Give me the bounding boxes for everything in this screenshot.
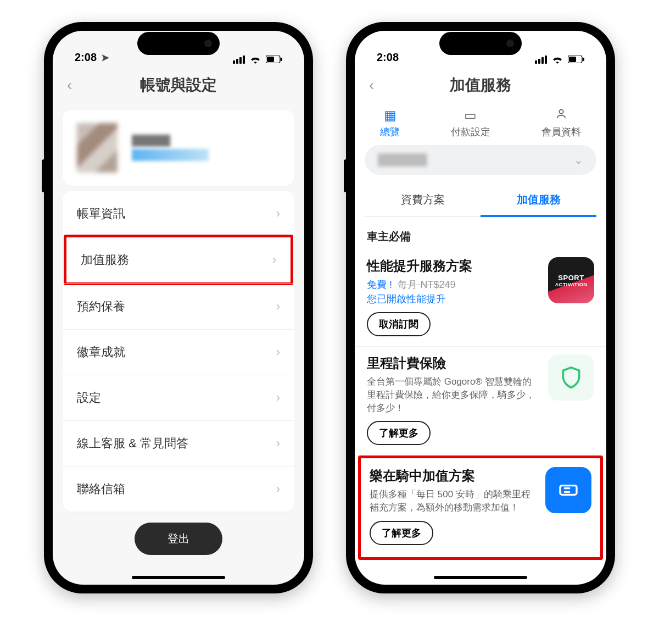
home-indicator[interactable]: [132, 576, 225, 579]
section-title: 車主必備: [367, 229, 594, 244]
service-performance: 性能提升服務方案 免費 ! 每月 NT$249 您已開啟性能提升 取消訂閱 SP…: [355, 249, 606, 347]
menu-label: 徽章成就: [77, 344, 125, 360]
wifi-icon: [551, 55, 563, 64]
highlight-joyride: 樂在騎中加值方案 提供多種「每日 500 安時」的騎乘里程補充方案，為額外的移動…: [358, 456, 603, 560]
status-time: 2:08: [377, 51, 399, 63]
logout-button[interactable]: 登出: [135, 523, 222, 555]
top-tabbar: ▦ 總覽 ▭ 付款設定 會員資料: [355, 104, 606, 141]
chevron-right-icon: ›: [276, 391, 280, 405]
service-desc: 提供多種「每日 500 安時」的騎乘里程補充方案，為額外的移動需求加值！: [370, 488, 537, 514]
highlight-addon: 加值服務 ›: [64, 235, 293, 285]
tab-overview[interactable]: ▦ 總覽: [380, 108, 400, 138]
menu-contact[interactable]: 聯絡信箱 ›: [63, 466, 294, 512]
svg-rect-7: [560, 486, 577, 495]
menu-label: 線上客服 & 常見問答: [77, 435, 188, 452]
phone-frame-left: 2:08 ➤ ‹ 帳號與設定 帳單資訊 ›: [44, 22, 313, 593]
profile-name-blurred: [132, 132, 209, 163]
chevron-right-icon: ›: [276, 436, 280, 451]
learn-more-button[interactable]: 了解更多: [370, 521, 433, 545]
service-joyride: 樂在騎中加值方案 提供多種「每日 500 安時」的騎乘里程補充方案，為額外的移動…: [361, 458, 600, 557]
service-desc: 全台第一個專屬於 Gogoro® 智慧雙輪的里程計費保險，給你更多保障，騎多少，…: [367, 375, 539, 414]
svg-rect-5: [583, 58, 584, 61]
battery-icon: [568, 55, 584, 63]
phone-frame-right: 2:08 ‹ 加值服務 ▦ 總覽 ▭ 付款設定: [346, 22, 615, 593]
menu-settings[interactable]: 設定 ›: [63, 375, 294, 420]
chevron-right-icon: ›: [276, 299, 280, 314]
status-time: 2:08: [75, 51, 97, 63]
page-title: 加值服務: [450, 75, 511, 96]
grid-icon: ▦: [380, 108, 400, 123]
menu-addon[interactable]: 加值服務 ›: [66, 237, 291, 282]
subtab-addons[interactable]: 加值服務: [481, 185, 596, 217]
profile-card[interactable]: [63, 110, 294, 186]
back-button[interactable]: ‹: [67, 76, 72, 94]
vehicle-name-blurred: [378, 153, 427, 166]
dynamic-island: [137, 32, 220, 55]
chevron-right-icon: ›: [276, 482, 280, 496]
menu-label: 設定: [77, 390, 101, 406]
subtab-plans[interactable]: 資費方案: [365, 185, 481, 216]
service-title: 樂在騎中加值方案: [370, 467, 537, 485]
sub-tabbar: 資費方案 加值服務: [365, 185, 596, 217]
price-free: 免費 !: [367, 279, 392, 290]
tab-payment[interactable]: ▭ 付款設定: [451, 108, 490, 138]
menu-billing[interactable]: 帳單資訊 ›: [63, 191, 294, 236]
cancel-subscription-button[interactable]: 取消訂閱: [367, 312, 431, 336]
menu-label: 帳單資訊: [77, 206, 125, 222]
menu-support[interactable]: 線上客服 & 常見問答 ›: [63, 420, 294, 466]
service-title: 里程計費保險: [367, 354, 539, 372]
dynamic-island: [439, 32, 522, 55]
nav-bar: ‹ 帳號與設定: [53, 66, 304, 104]
cellular-icon: [233, 55, 245, 64]
chevron-right-icon: ›: [276, 345, 280, 359]
menu-label: 預約保養: [77, 298, 125, 315]
menu-label: 聯絡信箱: [77, 481, 125, 497]
page-title: 帳號與設定: [140, 75, 217, 96]
service-insurance: 里程計費保險 全台第一個專屬於 Gogoro® 智慧雙輪的里程計費保險，給你更多…: [355, 347, 606, 456]
service-title: 性能提升服務方案: [367, 257, 539, 275]
menu-label: 加值服務: [81, 252, 129, 268]
svg-rect-2: [281, 58, 282, 61]
chevron-right-icon: ›: [272, 253, 276, 267]
user-icon: [541, 108, 581, 123]
shield-icon: [548, 354, 594, 401]
cellular-icon: [535, 55, 547, 64]
home-indicator[interactable]: [434, 576, 527, 579]
menu-maintenance[interactable]: 預約保養 ›: [63, 284, 294, 329]
svg-point-6: [559, 110, 563, 114]
learn-more-button[interactable]: 了解更多: [367, 421, 431, 445]
card-icon: ▭: [451, 108, 490, 123]
chevron-right-icon: ›: [276, 207, 280, 221]
tab-member[interactable]: 會員資料: [541, 108, 581, 138]
back-button[interactable]: ‹: [369, 76, 374, 94]
svg-rect-1: [267, 57, 274, 62]
location-arrow-icon: ➤: [101, 52, 109, 63]
vehicle-selector[interactable]: ⌄: [365, 145, 596, 175]
menu-badges[interactable]: 徽章成就 ›: [63, 329, 294, 375]
svg-rect-4: [569, 57, 576, 62]
settings-list: 帳單資訊 › 加值服務 › 預約保養 › 徽章成就 › 設定 ›: [63, 191, 294, 512]
ticket-icon: [545, 467, 591, 513]
service-status: 您已開啟性能提升: [367, 292, 539, 306]
price-original: 每月 NT$249: [398, 279, 455, 290]
wifi-icon: [249, 55, 261, 64]
chevron-down-icon: ⌄: [574, 153, 583, 166]
sport-activation-icon: SPORT ACTIVATION: [548, 257, 594, 303]
battery-icon: [266, 55, 282, 63]
avatar: [77, 123, 118, 173]
nav-bar: ‹ 加值服務: [355, 66, 606, 104]
